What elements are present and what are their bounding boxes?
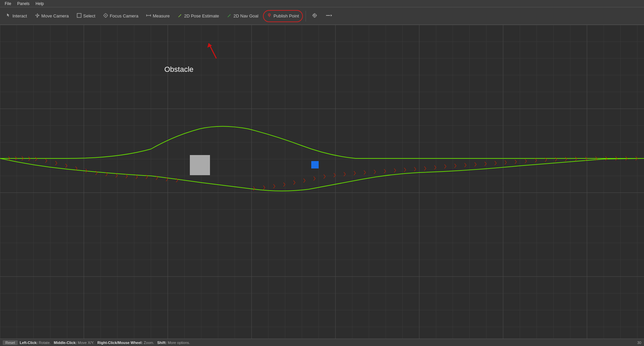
move-camera-icon (35, 13, 40, 19)
svg-point-15 (269, 14, 270, 15)
measure-button[interactable]: Measure (143, 10, 173, 22)
interact-icon (6, 13, 11, 19)
toolbar-separator (306, 11, 306, 21)
extra-tool-1[interactable] (309, 10, 321, 22)
publish-point-icon (267, 13, 272, 19)
status-hint: Left-Click: Rotate. Middle-Click: Move X… (20, 341, 190, 345)
menu-bar: File Panels Help (0, 0, 644, 7)
minus-dropdown-icon (325, 13, 332, 19)
svg-point-6 (105, 15, 106, 16)
status-bar: Reset Left-Click: Rotate. Middle-Click: … (0, 339, 644, 346)
svg-line-12 (228, 14, 230, 17)
interact-button[interactable]: Interact (3, 10, 30, 22)
focus-camera-button[interactable]: Focus Camera (100, 10, 142, 22)
2d-nav-goal-button[interactable]: 2D Nav Goal (224, 10, 262, 22)
menu-panels[interactable]: Panels (14, 1, 32, 7)
extra-tool-2[interactable] (322, 10, 335, 22)
move-camera-button[interactable]: Move Camera (32, 10, 72, 22)
crosshair-icon (312, 13, 317, 19)
menu-help[interactable]: Help (33, 1, 47, 7)
2d-pose-estimate-button[interactable]: 2D Pose Estimate (174, 10, 222, 22)
2d-nav-goal-icon (227, 13, 232, 19)
measure-icon (146, 13, 151, 19)
toolbar: Interact Move Camera Select Fo (0, 7, 644, 25)
select-button[interactable]: Select (73, 10, 99, 22)
number-indicator: 30 (637, 341, 641, 345)
grid-canvas (0, 25, 644, 346)
2d-pose-estimate-icon (178, 13, 182, 19)
select-icon (77, 13, 82, 19)
menu-file[interactable]: File (2, 1, 14, 7)
svg-marker-20 (331, 14, 332, 16)
viewport[interactable]: Obstacle Reset Left-Click: Rotate. Middl… (0, 25, 644, 346)
svg-rect-0 (77, 13, 81, 17)
reset-button[interactable]: Reset (3, 340, 18, 345)
svg-line-10 (178, 14, 181, 17)
publish-point-button[interactable]: Publish Point (263, 10, 303, 22)
focus-camera-icon (103, 13, 108, 19)
